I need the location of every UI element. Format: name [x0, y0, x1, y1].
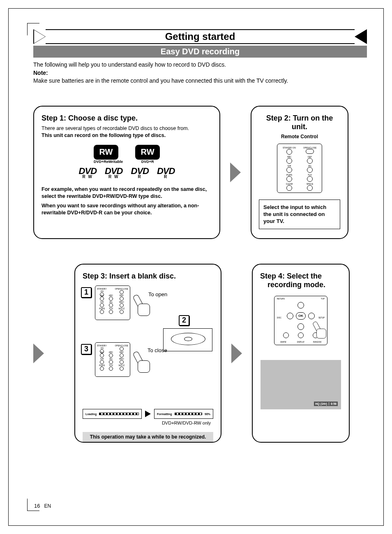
dvd-logo: DVDR W — [105, 167, 122, 179]
step1-p1: There are several types of recordable DV… — [42, 125, 212, 139]
intro-line1: The following will help you to understan… — [33, 61, 367, 69]
step4-remote-diagram: RETURN TOP DISC SETUP AM/FM RANDOM DISPL… — [274, 296, 327, 345]
hand-icon — [133, 351, 151, 373]
page-number: 16EN — [34, 503, 51, 509]
step1-title: Step 1: Choose a disc type. — [42, 114, 212, 123]
remote-control-label: Remote Control — [259, 134, 340, 139]
callout-3: 3 — [81, 344, 92, 355]
disc-tray-diagram — [163, 328, 212, 351]
section-subheader: Easy DVD recording — [33, 46, 367, 58]
step4-title: Step 4: Select the recording mode. — [260, 272, 341, 289]
hand-icon — [133, 295, 151, 316]
callout-1: 1 — [81, 287, 92, 298]
small-arrow-icon — [145, 411, 151, 417]
step2-title: Step 2: Turn on the unit. — [259, 114, 340, 131]
dvd-logo: DVDR — [131, 167, 149, 179]
step4-box: Step 4: Select the recording mode. RETUR… — [252, 264, 350, 443]
chapter-title: Getting started — [46, 29, 355, 44]
step1-box: Step 1: Choose a disc type. There are se… — [33, 106, 220, 239]
steps-row-2: Step 3: Insert a blank disc. 1 STANDBY-O… — [33, 264, 367, 443]
tv-screen: HQ (1Hr) 0:58 — [261, 360, 341, 409]
hand-icon — [312, 322, 327, 339]
formatting-progress: Formatting 90% — [154, 409, 213, 419]
arrow-right-icon — [33, 344, 44, 363]
intro-line2: Make sure batteries are in the remote co… — [33, 77, 367, 85]
mini-remote-1: STANDBY-ON OPEN/CLOSE A/a ABC DEF GHI JK… — [95, 286, 130, 320]
step1-p3: When you want to save recordings without… — [42, 202, 212, 216]
progress-row: Loading Formatting 90% — [83, 409, 213, 419]
rw-badge: RW DVD+R — [135, 145, 160, 164]
steps-row-1: Step 1: Choose a disc type. There are se… — [33, 106, 367, 239]
step3-box: Step 3: Insert a blank disc. 1 STANDBY-O… — [74, 264, 221, 443]
intro-block: The following will help you to understan… — [33, 61, 367, 85]
step3-footer-note: This operation may take a while to be re… — [83, 432, 213, 442]
arrow-right-icon — [231, 344, 242, 363]
mini-remote-2: STANDBY-ON OPEN/CLOSE A/a ABC DEF GHI JK… — [95, 342, 130, 377]
intro-note-label: Note: — [33, 69, 367, 77]
mode-indicator: HQ (1Hr) 0:58 — [314, 402, 338, 406]
step1-p2: For example, when you want to record rep… — [42, 186, 212, 200]
format-caption: DVD+RW/DVD-RW only — [162, 420, 211, 425]
loading-progress: Loading — [83, 409, 142, 419]
step2-box: Step 2: Turn on the unit. Remote Control… — [251, 106, 348, 239]
step3-title: Step 3: Insert a blank disc. — [83, 272, 213, 281]
arrow-right-icon — [230, 163, 241, 182]
remote-diagram: STANDBY-ON OPEN/CLOSE ABC DEF GHI JKL PQ… — [277, 144, 322, 193]
callout-2: 2 — [179, 315, 189, 326]
dvd-logo: DVDR — [157, 167, 175, 179]
rw-badge: RW DVD+ReWritable — [94, 145, 123, 164]
step2-note: Select the input to which the unit is co… — [259, 200, 340, 230]
chapter-ribbon: Getting started — [33, 29, 367, 44]
disc-logo-block: RW DVD+ReWritable RW DVD+R DVDR W DVDR W… — [42, 145, 212, 179]
to-open-label: To open — [148, 291, 167, 297]
dvd-logo: DVDR W — [79, 167, 97, 179]
